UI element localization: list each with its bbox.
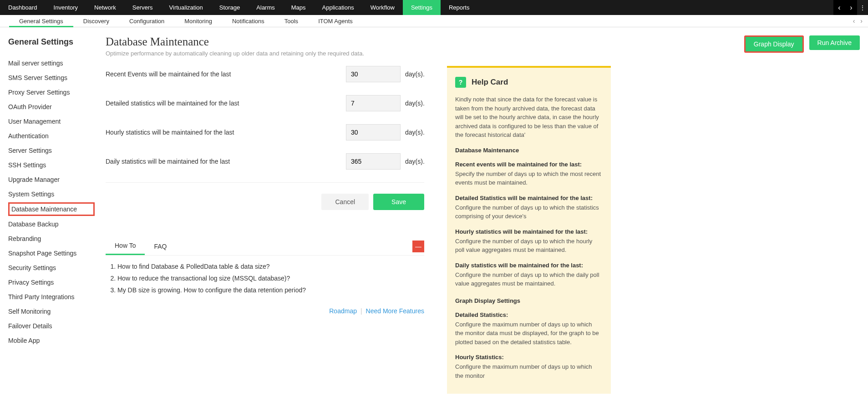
help-item-text: Configure the number of days up to which… <box>455 237 602 255</box>
top-nav-network[interactable]: Network <box>86 0 124 15</box>
top-nav-settings[interactable]: Settings <box>403 0 441 15</box>
more-menu-icon[interactable]: ⋮ <box>857 0 868 15</box>
howto-list: How to find Database & PolledData table … <box>106 263 424 294</box>
help-item-heading: Hourly Statistics: <box>455 354 602 361</box>
sidebar-title: General Settings <box>8 37 95 47</box>
nav-next-icon[interactable]: › <box>845 0 857 15</box>
sidebar: General Settings Mail server settingsSMS… <box>0 27 95 411</box>
help-item-text: Configure the number of days up to which… <box>455 271 602 288</box>
help-item-text: Configure the maximum number of days up … <box>455 362 602 380</box>
form-label: Daily statistics will be maintained for … <box>106 158 346 165</box>
bottom-links: Roadmap | Need More Features <box>106 307 424 315</box>
tab-faq[interactable]: FAQ <box>145 238 176 255</box>
save-button[interactable]: Save <box>373 194 424 210</box>
sidebar-item-oauth-provider[interactable]: OAuth Provider <box>8 100 95 113</box>
top-nav-workflow[interactable]: Workflow <box>362 0 403 15</box>
sidebar-item-database-backup[interactable]: Database Backup <box>8 218 95 231</box>
sidebar-item-user-management[interactable]: User Management <box>8 115 95 128</box>
top-nav-virtualization[interactable]: Virtualization <box>161 0 211 15</box>
help-item-heading: Daily statistics will be maintained for … <box>455 262 602 269</box>
nav-prev-icon[interactable]: ‹ <box>833 0 845 15</box>
form-row: Detailed statistics will be maintained f… <box>106 95 424 111</box>
sidebar-item-self-monitoring[interactable]: Self Monitoring <box>8 305 95 318</box>
top-nav-reports[interactable]: Reports <box>441 0 478 15</box>
form-label: Hourly statistics will be maintained for… <box>106 129 346 136</box>
sidebar-item-sms-server-settings[interactable]: SMS Server Settings <box>8 71 95 84</box>
top-nav-dashboard[interactable]: Dashboard <box>0 0 46 15</box>
sidebar-item-privacy-settings[interactable]: Privacy Settings <box>8 276 95 289</box>
top-nav-applications[interactable]: Applications <box>314 0 362 15</box>
form-row: Recent Events will be maintained for the… <box>106 66 424 82</box>
sidebar-item-upgrade-manager[interactable]: Upgrade Manager <box>8 173 95 186</box>
sub-nav-configuration[interactable]: Configuration <box>119 15 174 27</box>
help-section-title: Database Maintenance <box>455 147 602 154</box>
help-item-heading: Recent events will be maintained for the… <box>455 161 602 168</box>
form-row: Hourly statistics will be maintained for… <box>106 124 424 140</box>
retention-input-3[interactable] <box>346 153 401 170</box>
top-nav: DashboardInventoryNetworkServersVirtuali… <box>0 0 868 15</box>
help-card: ? Help Card Kindly note that since the d… <box>447 66 611 394</box>
sidebar-item-failover-details[interactable]: Failover Details <box>8 320 95 332</box>
top-nav-servers[interactable]: Servers <box>124 0 161 15</box>
help-card-title: Help Card <box>472 78 508 87</box>
need-more-features-link[interactable]: Need More Features <box>366 307 424 315</box>
sub-nav-itom-agents[interactable]: ITOM Agents <box>308 15 363 27</box>
sidebar-item-rebranding[interactable]: Rebranding <box>8 232 95 245</box>
sub-nav-general-settings[interactable]: General Settings <box>9 15 73 27</box>
cancel-button[interactable]: Cancel <box>321 194 369 210</box>
sidebar-item-mail-server-settings[interactable]: Mail server settings <box>8 57 95 70</box>
subnav-prev-icon[interactable]: ‹ <box>851 17 857 25</box>
collapse-icon[interactable]: — <box>412 241 424 252</box>
tabs: How ToFAQ— <box>106 237 424 256</box>
form-label: Recent Events will be maintained for the… <box>106 70 346 78</box>
form-unit: day(s). <box>401 100 424 107</box>
separator: | <box>360 307 362 315</box>
sidebar-item-security-settings[interactable]: Security Settings <box>8 261 95 274</box>
sidebar-item-database-maintenance[interactable]: Database Maintenance <box>8 202 95 216</box>
sidebar-item-authentication[interactable]: Authentication <box>8 130 95 142</box>
help-item-heading: Hourly statistics will be maintained for… <box>455 228 602 235</box>
subnav-next-icon[interactable]: › <box>858 17 864 25</box>
sidebar-item-server-settings[interactable]: Server Settings <box>8 144 95 157</box>
help-icon: ? <box>455 77 466 88</box>
sidebar-item-third-party-integrations[interactable]: Third Party Integrations <box>8 291 95 303</box>
main-content: Database Maintenance Optimize performanc… <box>95 27 868 411</box>
sidebar-item-system-settings[interactable]: System Settings <box>8 188 95 200</box>
top-nav-storage[interactable]: Storage <box>211 0 249 15</box>
help-item-heading: Detailed Statistics will be maintained f… <box>455 195 602 201</box>
help-item-text: Configure the number of days up to which… <box>455 203 602 221</box>
form-label: Detailed statistics will be maintained f… <box>106 100 346 107</box>
sub-nav: General SettingsDiscoveryConfigurationMo… <box>0 15 868 27</box>
form-unit: day(s). <box>401 129 424 136</box>
page-subtitle: Optimize performance by automatically cl… <box>106 50 744 57</box>
page-title: Database Maintenance <box>106 35 744 48</box>
top-nav-inventory[interactable]: Inventory <box>46 0 86 15</box>
sub-nav-monitoring[interactable]: Monitoring <box>174 15 222 27</box>
help-item-heading: Detailed Statistics: <box>455 311 602 318</box>
tab-how-to[interactable]: How To <box>106 237 145 255</box>
sub-nav-notifications[interactable]: Notifications <box>222 15 274 27</box>
graph-display-button[interactable]: Graph Display <box>744 35 804 53</box>
form-row: Daily statistics will be maintained for … <box>106 153 424 170</box>
howto-item[interactable]: How to find Database & PolledData table … <box>117 263 424 270</box>
retention-input-1[interactable] <box>346 95 401 111</box>
sidebar-item-proxy-server-settings[interactable]: Proxy Server Settings <box>8 86 95 99</box>
top-nav-maps[interactable]: Maps <box>283 0 314 15</box>
sidebar-item-snapshot-page-settings[interactable]: Snapshot Page Settings <box>8 247 95 260</box>
sub-nav-discovery[interactable]: Discovery <box>73 15 119 27</box>
sidebar-item-mobile-app[interactable]: Mobile App <box>8 334 95 347</box>
retention-input-0[interactable] <box>346 66 401 82</box>
run-archive-button[interactable]: Run Archive <box>809 35 860 50</box>
howto-item[interactable]: How to reduce the transactional log size… <box>117 275 424 282</box>
sub-nav-tools[interactable]: Tools <box>274 15 308 27</box>
howto-item[interactable]: My DB size is growing. How to configure … <box>117 286 424 294</box>
form-unit: day(s). <box>401 70 424 78</box>
form-unit: day(s). <box>401 158 424 165</box>
roadmap-link[interactable]: Roadmap <box>329 307 357 315</box>
help-item-text: Configure the maximum number of days up … <box>455 320 602 347</box>
help-intro-text: Kindly note that since the data for the … <box>455 95 602 140</box>
sidebar-item-ssh-settings[interactable]: SSH Settings <box>8 159 95 171</box>
retention-input-2[interactable] <box>346 124 401 140</box>
top-nav-alarms[interactable]: Alarms <box>248 0 283 15</box>
help-item-text: Specify the number of days up to which t… <box>455 170 602 187</box>
